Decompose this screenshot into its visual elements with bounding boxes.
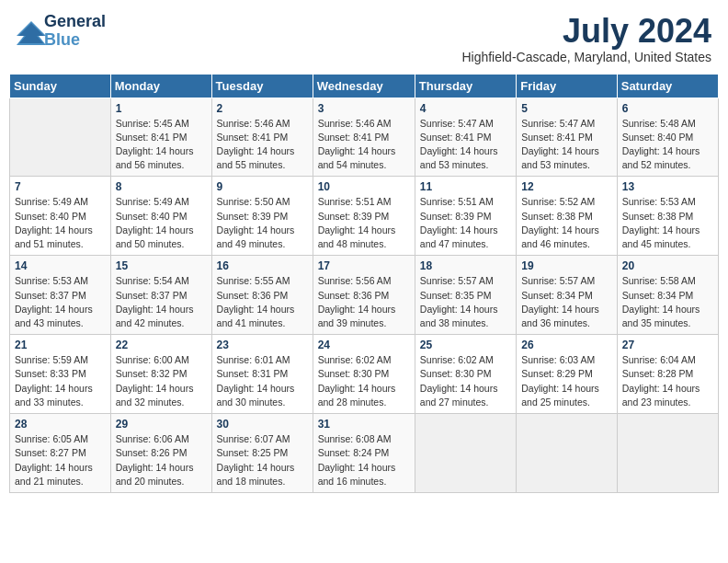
- calendar-cell: 29Sunrise: 6:06 AMSunset: 8:26 PMDayligh…: [110, 414, 211, 493]
- cell-content: Sunrise: 5:46 AMSunset: 8:41 PMDaylight:…: [217, 117, 308, 173]
- cell-content: Sunrise: 6:06 AMSunset: 8:26 PMDaylight:…: [116, 432, 207, 488]
- calendar-cell: 26Sunrise: 6:03 AMSunset: 8:29 PMDayligh…: [517, 335, 618, 414]
- calendar-cell: 10Sunrise: 5:51 AMSunset: 8:39 PMDayligh…: [313, 177, 415, 256]
- calendar-cell: 9Sunrise: 5:50 AMSunset: 8:39 PMDaylight…: [211, 177, 313, 256]
- day-number: 17: [318, 259, 410, 272]
- page-header: General Blue July 2024 Highfield-Cascade…: [9, 9, 719, 68]
- day-number: 8: [116, 180, 207, 193]
- calendar-table: SundayMondayTuesdayWednesdayThursdayFrid…: [9, 74, 719, 493]
- day-number: 22: [116, 339, 207, 351]
- logo-text: General Blue: [44, 13, 106, 50]
- cell-content: Sunrise: 5:47 AMSunset: 8:41 PMDaylight:…: [521, 117, 612, 173]
- calendar-cell: 20Sunrise: 5:58 AMSunset: 8:34 PMDayligh…: [617, 256, 718, 335]
- calendar-cell: [517, 414, 618, 493]
- calendar-cell: 13Sunrise: 5:53 AMSunset: 8:38 PMDayligh…: [617, 177, 718, 256]
- cell-content: Sunrise: 5:46 AMSunset: 8:41 PMDaylight:…: [318, 117, 410, 173]
- day-number: 26: [521, 339, 612, 351]
- day-number: 2: [217, 102, 308, 115]
- day-number: 11: [420, 180, 511, 193]
- day-number: 25: [420, 339, 511, 351]
- calendar-cell: 6Sunrise: 5:48 AMSunset: 8:40 PMDaylight…: [617, 98, 718, 177]
- day-number: 10: [318, 180, 410, 193]
- cell-content: Sunrise: 5:57 AMSunset: 8:34 PMDaylight:…: [521, 274, 612, 330]
- logo-icon: [17, 21, 42, 41]
- calendar-cell: 1Sunrise: 5:45 AMSunset: 8:41 PMDaylight…: [110, 98, 211, 177]
- week-row-3: 14Sunrise: 5:53 AMSunset: 8:37 PMDayligh…: [10, 256, 719, 335]
- cell-content: Sunrise: 5:51 AMSunset: 8:39 PMDaylight:…: [318, 195, 410, 251]
- cell-content: Sunrise: 5:56 AMSunset: 8:36 PMDaylight:…: [318, 274, 410, 330]
- day-number: 21: [15, 339, 106, 351]
- week-row-1: 1Sunrise: 5:45 AMSunset: 8:41 PMDaylight…: [10, 98, 719, 177]
- cell-content: Sunrise: 6:01 AMSunset: 8:31 PMDaylight:…: [217, 353, 308, 409]
- calendar-cell: 21Sunrise: 5:59 AMSunset: 8:33 PMDayligh…: [10, 335, 111, 414]
- cell-content: Sunrise: 6:08 AMSunset: 8:24 PMDaylight:…: [318, 432, 410, 488]
- day-number: 1: [116, 102, 207, 115]
- calendar-cell: 28Sunrise: 6:05 AMSunset: 8:27 PMDayligh…: [10, 414, 111, 493]
- day-number: 27: [622, 339, 713, 351]
- calendar-cell: 22Sunrise: 6:00 AMSunset: 8:32 PMDayligh…: [110, 335, 211, 414]
- day-header-tuesday: Tuesday: [211, 74, 313, 98]
- day-number: 30: [217, 418, 308, 431]
- calendar-cell: 25Sunrise: 6:02 AMSunset: 8:30 PMDayligh…: [415, 335, 516, 414]
- day-number: 23: [217, 339, 308, 351]
- calendar-cell: 23Sunrise: 6:01 AMSunset: 8:31 PMDayligh…: [211, 335, 313, 414]
- calendar-cell: [10, 98, 111, 177]
- header-row: SundayMondayTuesdayWednesdayThursdayFrid…: [10, 74, 719, 98]
- day-header-friday: Friday: [517, 74, 618, 98]
- day-number: 13: [622, 180, 713, 193]
- cell-content: Sunrise: 5:58 AMSunset: 8:34 PMDaylight:…: [622, 274, 713, 330]
- day-number: 4: [420, 102, 511, 115]
- svg-marker-1: [18, 23, 44, 43]
- week-row-2: 7Sunrise: 5:49 AMSunset: 8:40 PMDaylight…: [10, 177, 719, 256]
- calendar-cell: [415, 414, 516, 493]
- day-number: 24: [318, 339, 410, 351]
- day-number: 7: [15, 180, 106, 193]
- day-number: 28: [15, 418, 106, 431]
- calendar-cell: 19Sunrise: 5:57 AMSunset: 8:34 PMDayligh…: [517, 256, 618, 335]
- calendar-cell: 12Sunrise: 5:52 AMSunset: 8:38 PMDayligh…: [517, 177, 618, 256]
- day-number: 5: [521, 102, 612, 115]
- day-number: 3: [318, 102, 410, 115]
- day-number: 29: [116, 418, 207, 431]
- day-number: 16: [217, 259, 308, 272]
- day-header-saturday: Saturday: [617, 74, 718, 98]
- day-number: 6: [622, 102, 713, 115]
- calendar-cell: 7Sunrise: 5:49 AMSunset: 8:40 PMDaylight…: [10, 177, 111, 256]
- cell-content: Sunrise: 6:07 AMSunset: 8:25 PMDaylight:…: [217, 432, 308, 488]
- calendar-cell: 14Sunrise: 5:53 AMSunset: 8:37 PMDayligh…: [10, 256, 111, 335]
- cell-content: Sunrise: 5:54 AMSunset: 8:37 PMDaylight:…: [116, 274, 207, 330]
- day-number: 18: [420, 259, 511, 272]
- calendar-cell: 11Sunrise: 5:51 AMSunset: 8:39 PMDayligh…: [415, 177, 516, 256]
- calendar-cell: 8Sunrise: 5:49 AMSunset: 8:40 PMDaylight…: [110, 177, 211, 256]
- cell-content: Sunrise: 5:55 AMSunset: 8:36 PMDaylight:…: [217, 274, 308, 330]
- day-number: 14: [15, 259, 106, 272]
- day-number: 31: [318, 418, 410, 431]
- cell-content: Sunrise: 5:53 AMSunset: 8:38 PMDaylight:…: [622, 195, 713, 251]
- cell-content: Sunrise: 6:03 AMSunset: 8:29 PMDaylight:…: [521, 353, 612, 409]
- calendar-cell: 16Sunrise: 5:55 AMSunset: 8:36 PMDayligh…: [211, 256, 313, 335]
- cell-content: Sunrise: 5:51 AMSunset: 8:39 PMDaylight:…: [420, 195, 511, 251]
- day-header-monday: Monday: [110, 74, 211, 98]
- day-number: 19: [521, 259, 612, 272]
- day-header-sunday: Sunday: [10, 74, 111, 98]
- calendar-cell: [617, 414, 718, 493]
- cell-content: Sunrise: 5:53 AMSunset: 8:37 PMDaylight:…: [15, 274, 106, 330]
- cell-content: Sunrise: 5:48 AMSunset: 8:40 PMDaylight:…: [622, 117, 713, 173]
- calendar-cell: 31Sunrise: 6:08 AMSunset: 8:24 PMDayligh…: [313, 414, 415, 493]
- cell-content: Sunrise: 5:59 AMSunset: 8:33 PMDaylight:…: [15, 353, 106, 409]
- logo: General Blue: [17, 13, 106, 50]
- calendar-cell: 24Sunrise: 6:02 AMSunset: 8:30 PMDayligh…: [313, 335, 415, 414]
- cell-content: Sunrise: 6:02 AMSunset: 8:30 PMDaylight:…: [318, 353, 410, 409]
- day-header-thursday: Thursday: [415, 74, 516, 98]
- calendar-cell: 5Sunrise: 5:47 AMSunset: 8:41 PMDaylight…: [517, 98, 618, 177]
- calendar-cell: 15Sunrise: 5:54 AMSunset: 8:37 PMDayligh…: [110, 256, 211, 335]
- month-title: July 2024: [461, 13, 711, 50]
- day-header-wednesday: Wednesday: [313, 74, 415, 98]
- cell-content: Sunrise: 5:47 AMSunset: 8:41 PMDaylight:…: [420, 117, 511, 173]
- calendar-cell: 30Sunrise: 6:07 AMSunset: 8:25 PMDayligh…: [211, 414, 313, 493]
- cell-content: Sunrise: 5:52 AMSunset: 8:38 PMDaylight:…: [521, 195, 612, 251]
- day-number: 12: [521, 180, 612, 193]
- cell-content: Sunrise: 5:49 AMSunset: 8:40 PMDaylight:…: [116, 195, 207, 251]
- calendar-cell: 17Sunrise: 5:56 AMSunset: 8:36 PMDayligh…: [313, 256, 415, 335]
- cell-content: Sunrise: 6:00 AMSunset: 8:32 PMDaylight:…: [116, 353, 207, 409]
